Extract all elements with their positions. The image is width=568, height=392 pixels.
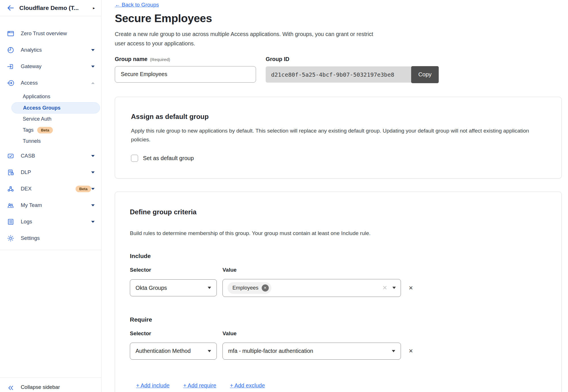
pie-chart-icon [7, 46, 14, 54]
clear-values-icon[interactable]: ✕ [382, 284, 387, 291]
sidebar-item-label: Tunnels [23, 138, 41, 144]
gateway-icon [7, 63, 14, 70]
access-submenu: Applications Access Groups Service Auth … [0, 91, 101, 147]
copy-button[interactable]: Copy [411, 66, 439, 83]
group-criteria-card: Define group criteria Build rules to det… [115, 192, 562, 392]
sidebar-item-gateway[interactable]: Gateway [0, 58, 101, 75]
chevron-down-icon [392, 350, 395, 352]
group-name-input[interactable] [115, 66, 256, 83]
sidebar-item-tunnels[interactable]: Tunnels [0, 136, 101, 147]
chevron-down-icon [91, 155, 95, 157]
chevron-down-icon [392, 287, 396, 289]
sidebar-item-access[interactable]: Access [0, 75, 101, 91]
group-fields-row: Group name(Required) Group ID d21ce80f-5… [115, 56, 568, 83]
sidebar: Cloudflare Demo (T... ▸ Zero Trust overv… [0, 0, 101, 392]
sidebar-item-applications[interactable]: Applications [0, 91, 101, 102]
add-exclude-link[interactable]: + Add exclude [230, 382, 265, 389]
set-default-group-label: Set as default group [143, 155, 194, 162]
require-rule-row: Authentication Method mfa - multiple-fac… [130, 343, 547, 360]
sidebar-item-label: Zero Trust overview [21, 30, 95, 37]
chevron-down-icon [208, 350, 211, 352]
sidebar-nav: Zero Trust overview Analytics Gateway Ac… [0, 16, 101, 250]
logs-icon [7, 218, 14, 226]
chevron-down-icon [91, 66, 95, 68]
add-require-link[interactable]: + Add require [183, 382, 217, 389]
sidebar-item-analytics[interactable]: Analytics [0, 42, 101, 58]
chevron-down-icon [91, 188, 95, 190]
sidebar-item-label: Access [21, 80, 91, 86]
remove-require-rule-icon[interactable]: ✕ [409, 348, 413, 354]
criteria-card-title: Define group criteria [130, 208, 547, 216]
sidebar-item-label: DLP [21, 169, 91, 175]
sidebar-item-tags[interactable]: Tags Beta [0, 125, 101, 136]
sidebar-item-casb[interactable]: CASB [0, 148, 101, 164]
include-value-label: Value [222, 267, 237, 273]
zero-trust-dashboard: Cloudflare Demo (T... ▸ Zero Trust overv… [0, 0, 568, 392]
sidebar-item-zero-trust-overview[interactable]: Zero Trust overview [0, 25, 101, 42]
account-expand-icon[interactable]: ▸ [93, 6, 95, 10]
document-lock-icon [7, 169, 14, 176]
group-id-field: Group ID d21ce80f-5a25-4bcf-9b07-5032197… [266, 56, 439, 83]
page-title: Secure Employees [115, 12, 568, 25]
add-include-link[interactable]: + Add include [136, 382, 170, 389]
required-hint: (Required) [150, 57, 170, 62]
sidebar-item-service-auth[interactable]: Service Auth [0, 114, 101, 125]
sidebar-item-label: DEX [21, 186, 72, 192]
sidebar-item-label: Settings [21, 235, 95, 241]
sidebar-item-label: CASB [21, 153, 91, 159]
back-to-groups-link[interactable]: ← Back to Groups [115, 2, 159, 8]
include-selector-label: Selector [130, 267, 222, 273]
include-value-multiselect[interactable]: Employees ✕ ✕ [222, 279, 401, 297]
sidebar-item-access-groups[interactable]: Access Groups [11, 102, 100, 114]
main-content: ← Back to Groups Secure Employees Create… [102, 0, 568, 392]
collapse-sidebar-button[interactable]: Collapse sidebar [0, 378, 101, 392]
group-id-label: Group ID [266, 56, 439, 62]
sidebar-item-label: Gateway [21, 63, 91, 70]
group-name-field: Group name(Required) [115, 56, 256, 83]
people-icon [7, 202, 14, 209]
require-selector-dropdown[interactable]: Authentication Method [130, 343, 217, 360]
chevron-down-icon [91, 221, 95, 223]
chip-remove-icon[interactable]: ✕ [262, 284, 269, 292]
default-group-card-body: Apply this rule group to new application… [131, 126, 546, 144]
sidebar-divider [0, 250, 101, 250]
sidebar-item-label: Tags [23, 127, 34, 133]
sidebar-item-label: Applications [23, 94, 50, 100]
sidebar-header: Cloudflare Demo (T... ▸ [0, 0, 101, 16]
sidebar-item-logs[interactable]: Logs [0, 213, 101, 230]
set-default-group-checkbox[interactable] [131, 155, 138, 162]
sidebar-item-label: Service Auth [23, 116, 51, 122]
chevron-down-icon [91, 204, 95, 206]
require-value-label: Value [222, 330, 237, 337]
sidebar-item-settings[interactable]: Settings [0, 230, 101, 246]
page-description: Create a new rule group to use across mu… [115, 30, 385, 48]
sidebar-item-my-team[interactable]: My Team [0, 197, 101, 213]
sidebar-item-dlp[interactable]: DLP [0, 164, 101, 181]
require-value-dropdown[interactable]: mfa - multiple-factor authentication [222, 343, 401, 360]
sidebar-item-label: Analytics [21, 47, 91, 53]
sidebar-item-label: Access Groups [23, 105, 61, 111]
beta-badge: Beta [76, 186, 91, 192]
include-rule-row: Okta Groups Employees ✕ ✕ ✕ [130, 279, 547, 297]
sidebar-item-dex[interactable]: DEX Beta [0, 181, 101, 197]
require-heading: Require [130, 316, 547, 323]
collapse-sidebar-label: Collapse sidebar [21, 384, 60, 390]
casb-icon [7, 152, 14, 160]
back-arrow-icon[interactable] [6, 4, 15, 12]
remove-include-rule-icon[interactable]: ✕ [409, 285, 413, 291]
chevron-down-icon [91, 49, 95, 51]
include-heading: Include [130, 253, 547, 259]
account-name[interactable]: Cloudflare Demo (T... [19, 5, 91, 11]
chevron-down-icon [208, 287, 211, 289]
chevron-up-icon [91, 82, 95, 84]
group-name-label: Group name(Required) [115, 56, 256, 62]
include-selector-dropdown[interactable]: Okta Groups [130, 279, 217, 296]
beta-badge: Beta [37, 127, 53, 133]
network-nodes-icon [7, 185, 14, 193]
group-id-value: d21ce80f-5a25-4bcf-9b07-5032197e3be8 [266, 66, 413, 83]
window-icon [7, 30, 14, 37]
add-rule-links: + Add include + Add require + Add exclud… [130, 382, 547, 389]
default-group-card-title: Assign as default group [131, 113, 546, 121]
collapse-chevrons-icon [7, 384, 14, 392]
criteria-card-body: Build rules to determine membership of t… [130, 230, 547, 236]
